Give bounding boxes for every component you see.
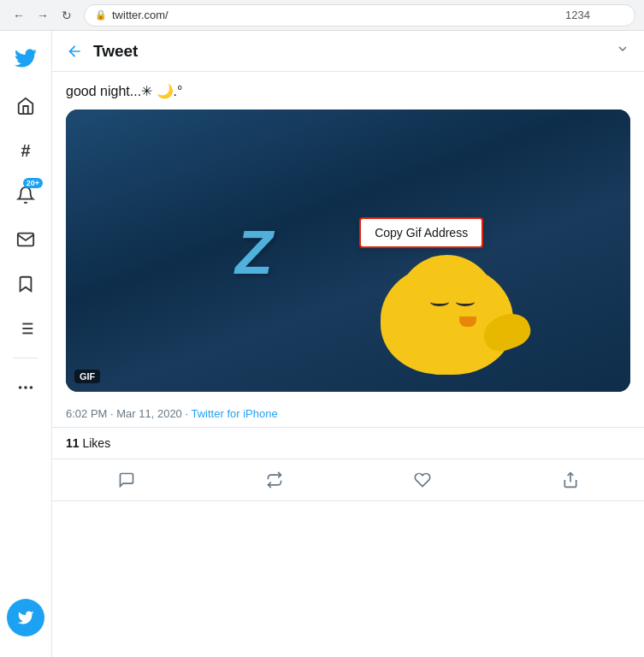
likes-text: Likes <box>82 436 110 450</box>
chick-head <box>398 255 496 353</box>
tweet-header: Tweet <box>52 31 644 72</box>
context-menu[interactable]: Copy Gif Address <box>359 217 483 248</box>
gif-container[interactable]: Z GIF <box>66 110 630 392</box>
browser-chrome: ← → ↻ 🔒 twitter.com/ 1234 <box>0 0 644 31</box>
compose-button[interactable] <box>7 599 44 636</box>
sidebar: # 20+ <box>0 31 51 657</box>
twitter-logo[interactable] <box>7 39 44 77</box>
svg-point-7 <box>24 386 27 389</box>
retweet-button[interactable] <box>252 465 297 495</box>
chick-eye-right <box>456 298 475 306</box>
sidebar-item-explore[interactable]: # <box>7 132 44 169</box>
copy-gif-address-item[interactable]: Copy Gif Address <box>375 226 468 240</box>
notifications-badge: 20+ <box>23 178 43 188</box>
tab-number: 1234 <box>565 9 624 21</box>
chick-beak <box>459 317 476 327</box>
likes-count: 11 <box>66 436 80 450</box>
chick-scene: Z <box>66 110 630 392</box>
nav-buttons: ← → ↻ <box>9 5 77 26</box>
sidebar-item-lists[interactable] <box>7 310 44 347</box>
gif-label: GIF <box>74 370 100 383</box>
more-options-button[interactable] <box>615 41 630 61</box>
chick-eye-left <box>430 298 449 306</box>
sidebar-item-more[interactable] <box>7 369 44 406</box>
tweet-meta: 6:02 PM · Mar 11, 2020 · Twitter for iPh… <box>52 400 644 428</box>
gif-background: Z <box>66 110 630 392</box>
tweet-source-link[interactable]: Twitter for iPhone <box>191 407 277 420</box>
app-layout: # 20+ <box>0 31 644 657</box>
chick-body <box>381 255 517 375</box>
sidebar-item-bookmarks[interactable] <box>7 265 44 303</box>
svg-point-6 <box>19 386 22 389</box>
tweet-time: 6:02 PM · Mar 11, 2020 <box>66 407 182 420</box>
lock-icon: 🔒 <box>95 9 107 21</box>
hashtag-icon: # <box>21 141 30 161</box>
content-area: Tweet good night...✳ 🌙.° Z <box>51 31 644 657</box>
back-nav-button[interactable]: ← <box>9 5 29 26</box>
sidebar-divider <box>13 358 38 358</box>
share-button[interactable] <box>548 465 593 495</box>
tweet-text: good night...✳ 🌙.° <box>66 82 630 101</box>
tweet-actions <box>52 459 644 501</box>
like-button[interactable] <box>400 465 445 495</box>
z-letter: Z <box>235 217 273 287</box>
back-button[interactable] <box>66 43 83 60</box>
forward-nav-button[interactable]: → <box>32 5 53 26</box>
reload-button[interactable]: ↻ <box>56 5 77 26</box>
tweet-body: good night...✳ 🌙.° Z <box>52 72 644 400</box>
svg-point-8 <box>30 386 33 389</box>
sidebar-item-notifications[interactable]: 20+ <box>7 176 44 214</box>
sidebar-item-messages[interactable] <box>7 221 44 258</box>
sidebar-item-home[interactable] <box>7 87 44 125</box>
reply-button[interactable] <box>104 465 149 495</box>
url-text: twitter.com/ <box>112 9 168 21</box>
address-bar[interactable]: 🔒 twitter.com/ 1234 <box>84 4 635 27</box>
page-title: Tweet <box>93 42 138 61</box>
tweet-likes: 11 Likes <box>52 428 644 459</box>
